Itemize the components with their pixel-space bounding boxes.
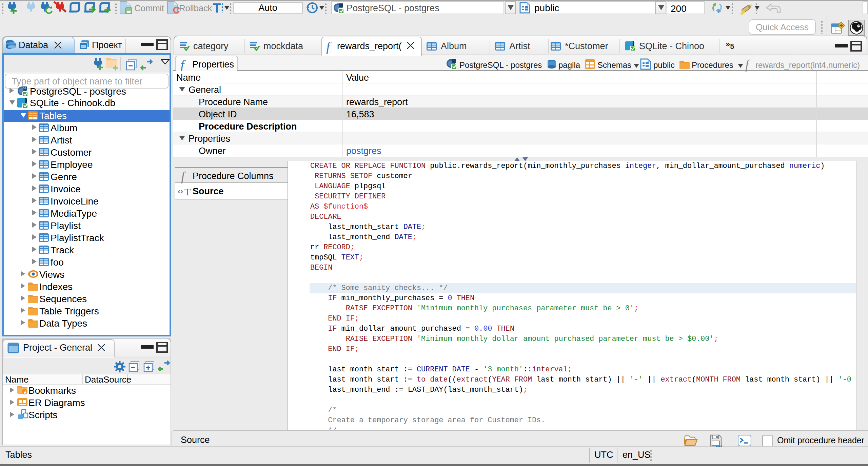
svg-text:T: T [184, 186, 191, 197]
svg-text:★: ★ [23, 389, 27, 395]
svg-text:‹›: ‹› [178, 187, 183, 196]
